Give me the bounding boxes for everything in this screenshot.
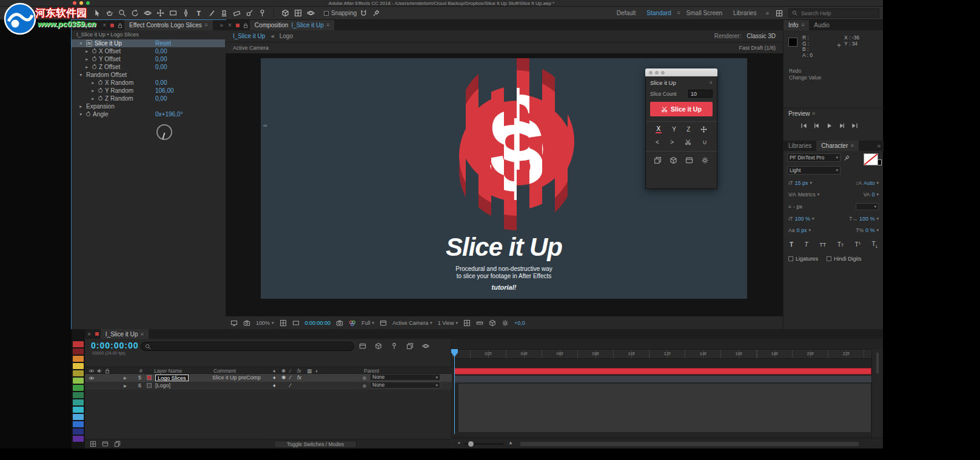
ligatures-checkbox[interactable] <box>788 256 793 261</box>
axis-all-icon[interactable] <box>700 126 707 133</box>
tab-composition[interactable]: Composition I_Slice it Up ≡ <box>250 20 335 30</box>
motion-blur-icon[interactable] <box>422 342 429 350</box>
view-layout-select[interactable]: 1 View▾ <box>438 320 458 326</box>
label-color-chip[interactable] <box>73 436 84 442</box>
mirror-viewer-icon[interactable] <box>243 319 250 327</box>
eye-column-icon[interactable] <box>89 368 95 374</box>
tab-audio[interactable]: Audio <box>809 20 834 30</box>
draft-switch[interactable]: ∕ <box>290 374 291 382</box>
label-color-chip[interactable] <box>73 399 84 405</box>
frame-blend-icon[interactable] <box>406 342 414 350</box>
eyedropper-icon[interactable] <box>844 155 850 161</box>
mask-options-icon[interactable] <box>371 8 382 18</box>
tracking-control[interactable]: VA0▾ <box>864 192 879 198</box>
stopwatch-icon[interactable] <box>92 49 96 53</box>
slice-it-up-run-button[interactable]: Slice it Up <box>650 102 713 116</box>
close-window-button[interactable] <box>73 1 76 5</box>
stopwatch-icon[interactable] <box>98 96 102 101</box>
workspace-menu-icon[interactable]: ≡ <box>677 10 680 16</box>
superscript-button[interactable]: T1 <box>855 241 861 248</box>
tab-character[interactable]: Character≡ <box>816 141 859 151</box>
type-tool-icon[interactable]: T <box>193 8 204 18</box>
settings-gear-icon[interactable] <box>701 156 709 164</box>
axis-mode-world-icon[interactable] <box>292 8 304 18</box>
expand-inout-icon[interactable] <box>114 441 121 447</box>
titlebar[interactable]: Adobe After Effects CC 2018 - /Users/ren… <box>0 0 883 7</box>
help-search[interactable] <box>788 8 879 18</box>
exposure-icon[interactable] <box>502 319 509 327</box>
parent-select[interactable]: None▾ <box>370 382 440 388</box>
horizontal-scrollbar-thumb[interactable] <box>520 442 859 446</box>
tab-overflow-icon[interactable]: » <box>217 22 226 28</box>
zoom-tool-icon[interactable] <box>116 8 128 18</box>
label-color-chip[interactable] <box>73 428 84 435</box>
fast-draft-label[interactable]: Fast Draft (1/8) <box>739 45 776 51</box>
horizontal-scale-control[interactable]: T↔100 %▾ <box>849 216 879 222</box>
label-color-chip[interactable] <box>73 414 84 420</box>
draft-switch[interactable]: ∕ <box>290 382 291 390</box>
property-row-y-random[interactable]: ►Y Random106,00 <box>72 87 225 95</box>
duplicate-icon[interactable] <box>654 156 662 164</box>
slice-count-input[interactable] <box>688 90 713 98</box>
baseline-units-control[interactable]: ≡- px <box>788 204 802 210</box>
quality-switch[interactable]: ♦ <box>273 382 276 390</box>
magnification-select[interactable]: 100%▾ <box>256 320 274 326</box>
comp-mini-flowchart-icon[interactable] <box>359 342 366 350</box>
stopwatch-icon[interactable] <box>98 88 102 93</box>
eye-icon[interactable] <box>89 375 95 381</box>
timeline-search[interactable] <box>141 342 354 351</box>
property-group-random-offset[interactable]: ▼Random Offset <box>72 71 225 79</box>
workspace-default[interactable]: Default <box>612 10 641 16</box>
pickwhip-icon[interactable] <box>361 375 368 381</box>
region-of-interest-icon[interactable] <box>292 319 300 327</box>
comp-viewer[interactable]: ∞ $ <box>226 53 783 316</box>
close-tab-icon[interactable]: × <box>85 331 93 338</box>
tab-info[interactable]: Info≡ <box>784 20 809 30</box>
close-tab-icon[interactable]: × <box>226 22 234 28</box>
roto-brush-tool-icon[interactable] <box>244 8 255 18</box>
ligatures-toggle[interactable]: Ligatures <box>788 256 818 262</box>
property-row-x-offset[interactable]: ►X Offset0,00 <box>72 47 225 55</box>
stopwatch-icon[interactable] <box>98 81 102 85</box>
panel-menu-icon[interactable]: ≡ <box>141 332 144 337</box>
eraser-tool-icon[interactable] <box>231 8 243 18</box>
label-color-chip[interactable] <box>73 378 84 384</box>
selection-tool-icon[interactable] <box>91 8 102 18</box>
layer-comment[interactable]: Slice it Up preComp <box>212 374 261 382</box>
property-row-z-offset[interactable]: ►Z Offset0,00 <box>72 63 225 71</box>
angle-dial[interactable] <box>156 124 172 140</box>
playhead-line[interactable] <box>454 349 455 434</box>
zoom-window-button[interactable] <box>86 1 90 5</box>
angle-right-button[interactable]: > <box>670 139 674 145</box>
property-row-z-random[interactable]: ►Z Random0,00 <box>72 95 225 102</box>
horizontal-scrollbar[interactable] <box>520 442 859 446</box>
toggle-switches-modes-button[interactable]: Toggle Switches / Modes <box>274 441 357 448</box>
clone-stamp-tool-icon[interactable] <box>218 8 230 18</box>
property-group-expansion[interactable]: ►Expansion <box>72 102 225 110</box>
pickwhip-icon[interactable] <box>361 383 368 389</box>
script-panel-menu-icon[interactable]: ≡ <box>710 80 713 85</box>
lock-icon[interactable] <box>117 22 123 28</box>
panel-menu-icon[interactable]: ≡ <box>851 143 854 148</box>
workspace-small-screen[interactable]: Small Screen <box>682 10 727 16</box>
puppet-pin-tool-icon[interactable] <box>257 8 268 18</box>
label-color-chip[interactable] <box>73 385 84 391</box>
font-style-select[interactable]: Light▾ <box>787 166 841 175</box>
next-frame-icon[interactable] <box>839 122 845 129</box>
snapshot-icon[interactable] <box>336 319 343 327</box>
layer-label-chip[interactable] <box>147 375 152 380</box>
slice-mode-icon[interactable] <box>685 139 691 145</box>
parent-select[interactable]: None▾ <box>370 374 440 381</box>
fast-previews-icon[interactable] <box>380 319 387 327</box>
tab-effect-controls[interactable]: Effect Controls Logo Slices≡ <box>124 20 213 30</box>
lock-icon[interactable] <box>243 22 249 28</box>
renderer-value[interactable]: Classic 3D <box>747 33 776 39</box>
collapse-switch[interactable]: ✱ <box>281 374 286 382</box>
lock-column-icon[interactable] <box>104 368 110 374</box>
toggle-viewer-icon[interactable] <box>230 319 238 327</box>
baseline-shift-control[interactable]: Aa0 px▾ <box>788 227 811 233</box>
label-color-chip[interactable] <box>73 392 84 398</box>
header-layer-name[interactable]: Layer Name <box>154 368 182 374</box>
property-value[interactable]: 0,00 <box>155 95 167 102</box>
snapping-options-icon[interactable] <box>358 8 369 18</box>
